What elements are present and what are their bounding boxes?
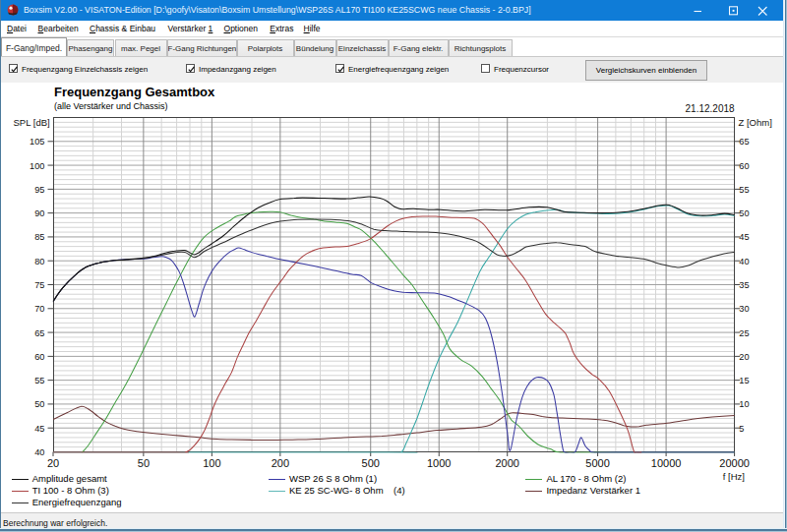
svg-text:95: 95 (34, 185, 44, 195)
svg-text:90: 90 (34, 208, 44, 218)
svg-text:10000: 10000 (651, 457, 682, 469)
svg-text:40: 40 (739, 257, 749, 266)
svg-text:65: 65 (34, 328, 44, 338)
svg-text:70: 70 (34, 304, 44, 314)
svg-text:10: 10 (739, 399, 749, 409)
svg-text:25: 25 (739, 328, 749, 338)
svg-text:30: 30 (739, 304, 749, 314)
svg-text:50: 50 (34, 399, 44, 409)
svg-text:40: 40 (34, 447, 44, 457)
svg-text:45: 45 (34, 424, 44, 434)
svg-text:60: 60 (34, 352, 44, 362)
svg-text:SPL [dB]: SPL [dB] (14, 117, 50, 128)
svg-text:50: 50 (739, 208, 749, 218)
svg-text:20000: 20000 (719, 457, 750, 469)
svg-text:75: 75 (34, 280, 44, 290)
svg-text:5000: 5000 (585, 457, 609, 469)
svg-text:55: 55 (739, 185, 749, 195)
svg-text:5: 5 (739, 424, 744, 434)
svg-text:f [Hz]: f [Hz] (723, 471, 745, 482)
svg-text:45: 45 (739, 232, 749, 242)
svg-text:20: 20 (47, 457, 59, 469)
svg-text:15: 15 (739, 376, 749, 385)
svg-text:80: 80 (34, 257, 44, 266)
svg-text:20: 20 (739, 352, 749, 362)
svg-text:85: 85 (34, 232, 44, 242)
svg-text:1000: 1000 (427, 457, 451, 469)
svg-text:105: 105 (30, 137, 44, 147)
svg-text:60: 60 (739, 161, 749, 171)
svg-text:65: 65 (739, 137, 749, 147)
svg-text:Z [Ohm]: Z [Ohm] (739, 117, 772, 128)
svg-text:21.12.2018: 21.12.2018 (686, 103, 735, 114)
svg-text:35: 35 (739, 280, 749, 290)
svg-text:500: 500 (362, 457, 380, 469)
svg-text:100: 100 (30, 161, 44, 171)
svg-text:50: 50 (138, 457, 150, 469)
svg-text:2000: 2000 (495, 457, 518, 469)
svg-text:55: 55 (34, 376, 44, 385)
svg-text:200: 200 (272, 457, 289, 469)
svg-text:100: 100 (203, 457, 220, 469)
